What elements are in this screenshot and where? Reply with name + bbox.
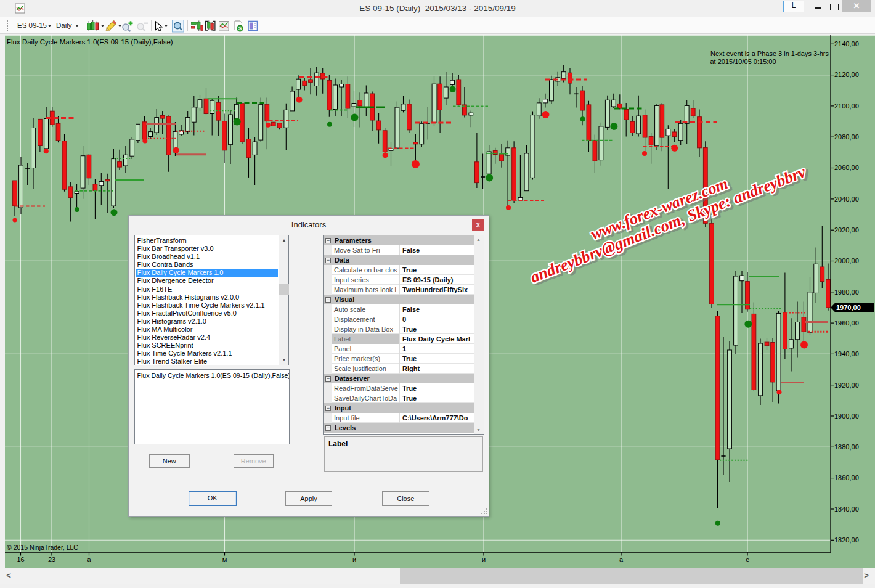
svg-text:2100,00: 2100,00 xyxy=(834,102,859,110)
svg-text:Flux Daily Cycle Markers 1.0(E: Flux Daily Cycle Markers 1.0(ES 09-15 (D… xyxy=(7,38,173,46)
svg-text:2140,00: 2140,00 xyxy=(834,40,859,47)
svg-text:м: м xyxy=(222,556,227,563)
svg-text:2060,00: 2060,00 xyxy=(834,164,859,171)
svg-text:2020,00: 2020,00 xyxy=(834,226,859,234)
svg-text:Daily: Daily xyxy=(56,22,72,29)
svg-text:2040,00: 2040,00 xyxy=(834,195,859,203)
svg-text:и: и xyxy=(482,556,486,563)
svg-text:1970,00: 1970,00 xyxy=(836,304,861,311)
svg-text:Next event is a Phase 3 in 1-d: Next event is a Phase 3 in 1-days 3-hrs xyxy=(710,50,829,57)
svg-text:1900,00: 1900,00 xyxy=(834,412,859,420)
svg-text:1880,00: 1880,00 xyxy=(834,443,859,451)
svg-text:2120,00: 2120,00 xyxy=(834,71,859,78)
svg-text:1940,00: 1940,00 xyxy=(834,350,859,357)
svg-text:и: и xyxy=(352,556,356,563)
svg-text:1820,00: 1820,00 xyxy=(834,536,859,544)
svg-text:at 2015/10/05 0:15:00: at 2015/10/05 0:15:00 xyxy=(710,58,776,65)
svg-text:23: 23 xyxy=(48,556,55,563)
svg-text:ES 09-15: ES 09-15 xyxy=(17,22,47,29)
svg-text:2000,00: 2000,00 xyxy=(834,257,859,264)
svg-text:16: 16 xyxy=(17,556,24,563)
svg-text:а: а xyxy=(87,556,91,563)
svg-text:© 2015 NinjaTrader, LLC: © 2015 NinjaTrader, LLC xyxy=(7,544,78,551)
svg-text:1860,00: 1860,00 xyxy=(834,474,859,481)
svg-text:$: $ xyxy=(238,25,242,31)
svg-text:1960,00: 1960,00 xyxy=(834,319,859,327)
svg-text:1840,00: 1840,00 xyxy=(834,505,859,513)
svg-text:1920,00: 1920,00 xyxy=(834,382,859,389)
svg-text:а: а xyxy=(619,556,624,563)
svg-text:2080,00: 2080,00 xyxy=(834,133,859,141)
svg-text:1980,00: 1980,00 xyxy=(834,288,859,296)
svg-text:с: с xyxy=(746,556,749,563)
